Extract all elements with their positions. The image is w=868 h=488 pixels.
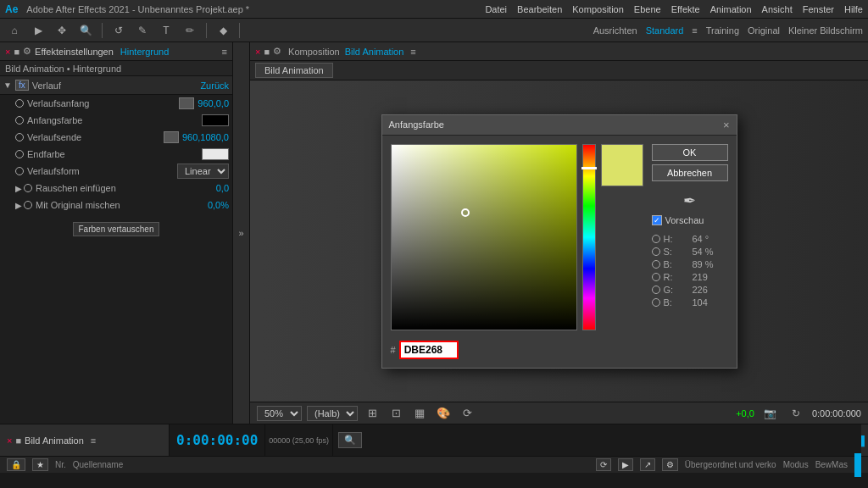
footer-sync-btn[interactable]: ↻ — [787, 404, 805, 423]
menu-hilfe[interactable]: Hilfe — [844, 4, 863, 14]
back-link[interactable]: Zurück — [200, 80, 229, 91]
stopwatch-icon-1[interactable] — [15, 99, 24, 108]
toolbar-rotate-btn[interactable]: ↺ — [109, 21, 128, 40]
zoom-select[interactable]: 50% — [257, 406, 302, 421]
sync-btn[interactable]: ⟳ — [596, 458, 611, 471]
menu-komposition[interactable]: Komposition — [572, 4, 624, 14]
toolbar-brush-btn[interactable]: ✏ — [181, 21, 199, 40]
eyedropper-icon[interactable]: ✒ — [652, 191, 728, 210]
expand-rauschen[interactable]: ▶ — [15, 184, 22, 193]
toolbar-text-btn[interactable]: T — [157, 21, 175, 40]
lock-btn[interactable]: 🔒 — [7, 458, 25, 471]
render-btn[interactable]: ▶ — [618, 458, 633, 471]
endfarbe-swatch[interactable] — [202, 148, 229, 160]
menu-ebene[interactable]: Ebene — [634, 4, 661, 14]
timeline-menu-icon[interactable]: ≡ — [91, 435, 96, 446]
verlaufsform-dropdown[interactable]: Linear — [177, 164, 229, 179]
verlaufsende-icon[interactable] — [164, 131, 179, 143]
toolbar-shape-btn[interactable]: ◆ — [214, 21, 232, 40]
radio-g[interactable] — [652, 286, 660, 294]
toolbar-home-btn[interactable]: ⌂ — [5, 21, 24, 40]
menu-datei[interactable]: Datei — [485, 4, 507, 14]
radio-r[interactable] — [652, 273, 660, 281]
cancel-button[interactable]: Abbrechen — [652, 164, 728, 181]
timeline-close-btn[interactable]: × — [7, 435, 12, 446]
settings-btn[interactable]: ⚙ — [662, 458, 678, 471]
stopwatch-icon-4[interactable] — [15, 150, 24, 158]
blue-scrollbar[interactable] — [854, 453, 861, 477]
comp-menu-icon[interactable]: ≡ — [410, 47, 415, 57]
search-timeline-btn[interactable]: 🔍 — [338, 432, 362, 448]
footer-btn-2[interactable]: ⊡ — [387, 404, 405, 423]
effects-panel-tab[interactable]: Hintergrund — [120, 47, 169, 57]
radio-h[interactable] — [652, 235, 660, 243]
comp-panel-close[interactable]: × — [255, 47, 260, 57]
verlaufsende-label: Verlaufsende — [27, 132, 164, 142]
toolbar-hand-btn[interactable]: ✥ — [53, 21, 71, 40]
color-field[interactable] — [391, 144, 577, 330]
verlaufsende-value[interactable]: 960,1080,0 — [182, 132, 229, 142]
rauschen-label: Rauschen einfügen — [36, 183, 216, 193]
workspace-klein[interactable]: Kleiner Bildschirm — [788, 25, 863, 36]
menu-ansicht[interactable]: Ansicht — [762, 4, 793, 14]
rauschen-value[interactable]: 0,0 — [216, 183, 229, 193]
endfarbe-row: Endfarbe — [0, 146, 232, 163]
export-btn[interactable]: ↗ — [640, 458, 655, 471]
footer-btn-3[interactable]: ▦ — [410, 404, 429, 423]
app-logo: Ae — [5, 3, 18, 15]
verlaufsform-label: Verlaufsform — [27, 166, 177, 176]
star-btn[interactable]: ★ — [32, 458, 48, 471]
workspace-training[interactable]: Training — [706, 25, 739, 36]
panel-close-btn[interactable]: × — [5, 47, 10, 57]
stopwatch-icon-5[interactable] — [15, 167, 24, 175]
stopwatch-icon-6[interactable] — [24, 184, 32, 192]
label-r: R: — [664, 272, 689, 282]
toolbar-pen-btn[interactable]: ✎ — [133, 21, 152, 40]
hue-slider[interactable] — [582, 144, 596, 330]
menu-effekte[interactable]: Effekte — [671, 4, 700, 14]
label-b: B: — [664, 259, 689, 269]
preview-checkbox[interactable]: ✓ — [652, 215, 662, 225]
radio-s[interactable] — [652, 247, 660, 256]
ok-button[interactable]: OK — [652, 144, 728, 161]
footer-btn-4[interactable]: 🎨 — [434, 404, 453, 423]
footer-btn-1[interactable]: ⊞ — [363, 404, 381, 423]
toolbar-zoom-btn[interactable]: 🔍 — [76, 21, 95, 40]
effects-panel-header: × ■ ⚙ Effekteinstellungen Hintergrund ≡ — [0, 42, 232, 61]
quality-select[interactable]: (Halb) — [307, 406, 358, 421]
verlaufsanfang-icon[interactable] — [179, 97, 194, 109]
comp-tab[interactable]: Bild Animation — [255, 63, 333, 78]
dialog-close-btn[interactable]: × — [723, 119, 730, 131]
stopwatch-icon-3[interactable] — [15, 133, 24, 141]
comp-viewer[interactable]: Anfangsfarbe × — [250, 80, 868, 402]
menu-fenster[interactable]: Fenster — [803, 4, 834, 14]
menu-animation[interactable]: Animation — [710, 4, 752, 14]
menu-bearbeiten[interactable]: Bearbeiten — [517, 4, 562, 14]
radio-b[interactable] — [652, 260, 660, 269]
footer-btn-5[interactable]: ⟳ — [458, 404, 476, 423]
fx-badge: fx — [15, 80, 29, 91]
anfangsfarbe-swatch[interactable] — [202, 114, 229, 126]
toolbar-select-btn[interactable]: ▶ — [29, 21, 47, 40]
expand-mischen[interactable]: ▶ — [15, 201, 22, 210]
mischen-value[interactable]: 0,0% — [208, 200, 229, 210]
workspace-original[interactable]: Original — [748, 25, 780, 36]
workspace-standard[interactable]: Standard — [646, 25, 684, 36]
verlaufsanfang-value[interactable]: 960,0,0 — [198, 98, 229, 108]
nr-label: Nr. — [55, 460, 66, 469]
field-g: G: 226 — [652, 285, 728, 295]
footer-cam-btn[interactable]: 📷 — [761, 404, 780, 423]
color-preview-swatch — [601, 144, 643, 186]
swap-btn[interactable]: Farben vertauschen — [73, 222, 160, 236]
dialog-title: Anfangsfarbe — [389, 119, 444, 130]
expand-arrow[interactable]: ▼ — [3, 80, 12, 90]
timeline-controls: 🔍 — [333, 424, 861, 456]
timecode-display: 0:00:00:00 — [173, 430, 261, 450]
hex-label: # — [391, 345, 396, 355]
hex-input[interactable] — [399, 341, 459, 359]
stopwatch-icon-7[interactable] — [24, 201, 32, 209]
stopwatch-icon-2[interactable] — [15, 116, 24, 125]
rauschen-row: ▶ Rauschen einfügen 0,0 — [0, 180, 232, 197]
radio-b2[interactable] — [652, 298, 660, 307]
tl-edge-indicator: ▌ — [861, 435, 868, 446]
